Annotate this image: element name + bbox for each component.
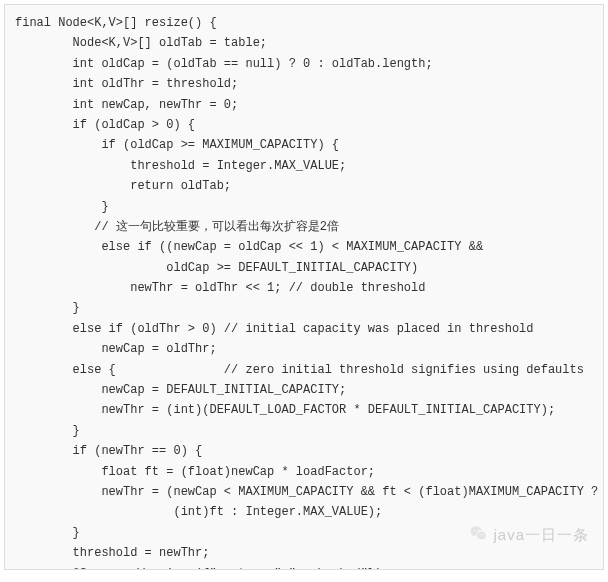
code-line: int oldThr = threshold; xyxy=(15,74,593,94)
code-line: else if ((newCap = oldCap << 1) < MAXIMU… xyxy=(15,237,593,257)
code-line: Node<K,V>[] oldTab = table; xyxy=(15,33,593,53)
code-block: final Node<K,V>[] resize() { Node<K,V>[]… xyxy=(4,4,604,570)
code-line: int newCap, newThr = 0; xyxy=(15,95,593,115)
code-line: } xyxy=(15,523,593,543)
code-line: } xyxy=(15,298,593,318)
code-line: if (newThr == 0) { xyxy=(15,441,593,461)
code-line: newCap = oldThr; xyxy=(15,339,593,359)
code-line: else if (oldThr > 0) // initial capacity… xyxy=(15,319,593,339)
code-line: oldCap >= DEFAULT_INITIAL_CAPACITY) xyxy=(15,258,593,278)
code-line: (int)ft : Integer.MAX_VALUE); xyxy=(15,502,593,522)
code-line: threshold = newThr; xyxy=(15,543,593,563)
code-line: newThr = (newCap < MAXIMUM_CAPACITY && f… xyxy=(15,482,593,502)
code-line: return oldTab; xyxy=(15,176,593,196)
code-line: newThr = (int)(DEFAULT_LOAD_FACTOR * DEF… xyxy=(15,400,593,420)
code-line: float ft = (float)newCap * loadFactor; xyxy=(15,462,593,482)
code-line: newThr = oldThr << 1; // double threshol… xyxy=(15,278,593,298)
code-line: if (oldCap >= MAXIMUM_CAPACITY) { xyxy=(15,135,593,155)
code-line: if (oldCap > 0) { xyxy=(15,115,593,135)
code-line: @SuppressWarnings({"rawtypes","unchecked… xyxy=(15,564,593,570)
code-line: else { // zero initial threshold signifi… xyxy=(15,360,593,380)
code-line: // 这一句比较重要，可以看出每次扩容是2倍 xyxy=(15,217,593,237)
code-line: threshold = Integer.MAX_VALUE; xyxy=(15,156,593,176)
code-line: final Node<K,V>[] resize() { xyxy=(15,13,593,33)
code-line: newCap = DEFAULT_INITIAL_CAPACITY; xyxy=(15,380,593,400)
code-line: int oldCap = (oldTab == null) ? 0 : oldT… xyxy=(15,54,593,74)
code-line: } xyxy=(15,197,593,217)
code-line: } xyxy=(15,421,593,441)
